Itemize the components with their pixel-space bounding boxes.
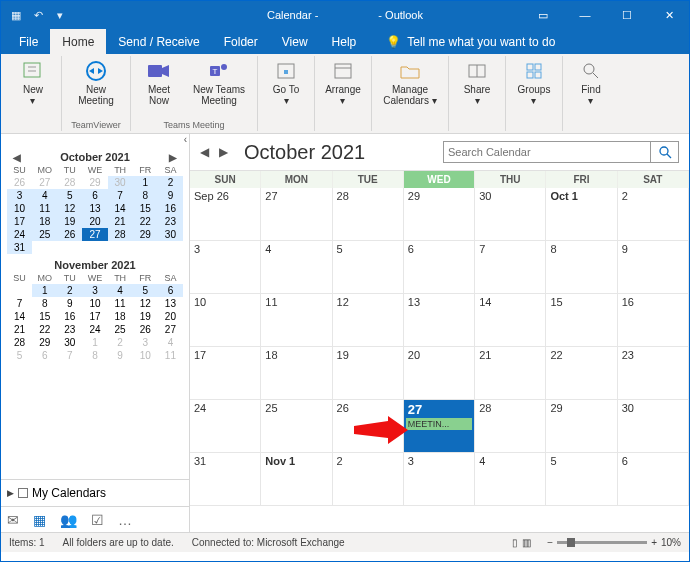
customize-icon[interactable]: ▾ bbox=[51, 9, 69, 22]
mini-cal-day[interactable] bbox=[158, 241, 183, 254]
arrange-button[interactable]: Arrange▾ bbox=[319, 58, 367, 108]
mini-cal-day[interactable]: 30 bbox=[158, 228, 183, 241]
view-normal-icon[interactable]: ▯ bbox=[512, 537, 518, 548]
mini-cal-day[interactable]: 17 bbox=[7, 215, 32, 228]
my-calendars-section[interactable]: ▶ My Calendars bbox=[1, 479, 189, 506]
calendar-cell[interactable]: 3 bbox=[190, 241, 261, 294]
mini-cal-day[interactable]: 22 bbox=[133, 215, 158, 228]
mini-cal-day[interactable]: 18 bbox=[108, 310, 133, 323]
mini-cal-day[interactable]: 10 bbox=[133, 349, 158, 362]
tab-file[interactable]: File bbox=[7, 29, 50, 54]
mini-cal-day[interactable]: 20 bbox=[82, 215, 107, 228]
people-icon[interactable]: 👥 bbox=[60, 512, 77, 528]
calendar-cell[interactable]: 16 bbox=[618, 294, 689, 347]
zoom-slider[interactable] bbox=[557, 541, 647, 544]
tab-help[interactable]: Help bbox=[320, 29, 369, 54]
mini-cal-day[interactable]: 2 bbox=[158, 176, 183, 189]
calendar-cell[interactable]: 27 bbox=[261, 188, 332, 241]
mail-icon[interactable]: ✉ bbox=[7, 512, 19, 528]
calendar-cell[interactable]: 4 bbox=[261, 241, 332, 294]
maximize-button[interactable]: ☐ bbox=[609, 9, 645, 22]
mini-cal-day[interactable]: 26 bbox=[133, 323, 158, 336]
mini-cal-day[interactable]: 18 bbox=[32, 215, 57, 228]
calendar-event[interactable]: MEETIN... bbox=[406, 418, 472, 430]
zoom-in-icon[interactable]: + bbox=[651, 537, 657, 548]
new-teams-meeting-button[interactable]: T New Teams Meeting bbox=[185, 58, 253, 108]
mini-cal-day[interactable]: 1 bbox=[32, 284, 57, 297]
meet-now-button[interactable]: Meet Now bbox=[135, 58, 183, 108]
mini-cal-day[interactable] bbox=[133, 241, 158, 254]
calendar-cell[interactable]: 7 bbox=[475, 241, 546, 294]
mini-cal-day[interactable]: 14 bbox=[7, 310, 32, 323]
mini-cal-day[interactable] bbox=[32, 241, 57, 254]
mini-cal-day[interactable]: 7 bbox=[57, 349, 82, 362]
tab-send-receive[interactable]: Send / Receive bbox=[106, 29, 211, 54]
ribbon-display-icon[interactable]: ▭ bbox=[525, 9, 561, 22]
calendar-cell[interactable]: 14 bbox=[475, 294, 546, 347]
calendar-cell[interactable]: 28 bbox=[475, 400, 546, 453]
tasks-icon[interactable]: ☑ bbox=[91, 512, 104, 528]
calendar-cell[interactable]: 30 bbox=[475, 188, 546, 241]
calendar-cell[interactable]: 29 bbox=[546, 400, 617, 453]
mini-cal-day[interactable]: 9 bbox=[57, 297, 82, 310]
calendar-cell[interactable]: 28 bbox=[333, 188, 404, 241]
mini-cal-day[interactable]: 10 bbox=[82, 297, 107, 310]
calendar-cell[interactable]: 11 bbox=[261, 294, 332, 347]
calendar-cell[interactable]: 12 bbox=[333, 294, 404, 347]
mini-cal-day[interactable]: 28 bbox=[7, 336, 32, 349]
calendar-cell[interactable]: 19 bbox=[333, 347, 404, 400]
mini-cal-day[interactable]: 6 bbox=[158, 284, 183, 297]
mini-cal-day[interactable]: 26 bbox=[7, 176, 32, 189]
mini-cal-day[interactable]: 11 bbox=[158, 349, 183, 362]
tell-me[interactable]: 💡 Tell me what you want to do bbox=[380, 29, 561, 54]
mini-cal-day[interactable] bbox=[7, 284, 32, 297]
mini-cal-day[interactable]: 5 bbox=[7, 349, 32, 362]
calendar-cell[interactable]: 29 bbox=[404, 188, 475, 241]
mini-cal-day[interactable]: 30 bbox=[57, 336, 82, 349]
mini-cal-day[interactable]: 3 bbox=[133, 336, 158, 349]
mini-cal-day[interactable]: 15 bbox=[32, 310, 57, 323]
calendar-cell[interactable]: 24 bbox=[190, 400, 261, 453]
mini-cal-day[interactable]: 9 bbox=[108, 349, 133, 362]
next-month-icon[interactable]: ▶ bbox=[169, 152, 177, 163]
mini-cal-day[interactable]: 27 bbox=[82, 228, 107, 241]
mini-cal-day[interactable]: 2 bbox=[108, 336, 133, 349]
mini-cal-day[interactable]: 3 bbox=[7, 189, 32, 202]
mini-cal-day[interactable]: 21 bbox=[7, 323, 32, 336]
mini-cal-day[interactable]: 4 bbox=[158, 336, 183, 349]
calendar-checkbox[interactable] bbox=[18, 488, 28, 498]
groups-button[interactable]: Groups▾ bbox=[510, 58, 558, 108]
mini-cal-day[interactable] bbox=[82, 241, 107, 254]
calendar-cell[interactable]: 21 bbox=[475, 347, 546, 400]
calendar-cell[interactable]: 31 bbox=[190, 453, 261, 506]
mini-cal-day[interactable]: 10 bbox=[7, 202, 32, 215]
mini-cal-day[interactable]: 6 bbox=[82, 189, 107, 202]
new-button[interactable]: New▾ bbox=[9, 58, 57, 108]
calendar-cell[interactable]: 5 bbox=[333, 241, 404, 294]
mini-cal-day[interactable]: 16 bbox=[57, 310, 82, 323]
chevron-down-icon[interactable]: ▶ bbox=[7, 488, 14, 498]
mini-cal-day[interactable]: 29 bbox=[82, 176, 107, 189]
mini-cal-day[interactable]: 28 bbox=[57, 176, 82, 189]
minimize-button[interactable]: — bbox=[567, 9, 603, 22]
calendar-cell[interactable]: 6 bbox=[404, 241, 475, 294]
mini-cal-day[interactable]: 11 bbox=[32, 202, 57, 215]
mini-cal-day[interactable]: 19 bbox=[57, 215, 82, 228]
calendar-cell[interactable]: 25 bbox=[261, 400, 332, 453]
calendar-cell[interactable]: 13 bbox=[404, 294, 475, 347]
mini-cal-day[interactable]: 12 bbox=[133, 297, 158, 310]
mini-cal-day[interactable]: 31 bbox=[7, 241, 32, 254]
manage-calendars-button[interactable]: Manage Calendars ▾ bbox=[376, 58, 444, 108]
mini-cal-day[interactable]: 6 bbox=[32, 349, 57, 362]
calendar-cell[interactable]: 2 bbox=[333, 453, 404, 506]
calendar-cell[interactable]: 18 bbox=[261, 347, 332, 400]
calendar-cell[interactable]: 8 bbox=[546, 241, 617, 294]
mini-cal-day[interactable]: 25 bbox=[32, 228, 57, 241]
calendar-cell[interactable]: 15 bbox=[546, 294, 617, 347]
calendar-cell[interactable]: 23 bbox=[618, 347, 689, 400]
mini-cal-day[interactable]: 5 bbox=[57, 189, 82, 202]
mini-cal-day[interactable]: 21 bbox=[108, 215, 133, 228]
search-input[interactable] bbox=[443, 141, 651, 163]
mini-cal-day[interactable]: 4 bbox=[32, 189, 57, 202]
mini-cal-day[interactable]: 27 bbox=[158, 323, 183, 336]
